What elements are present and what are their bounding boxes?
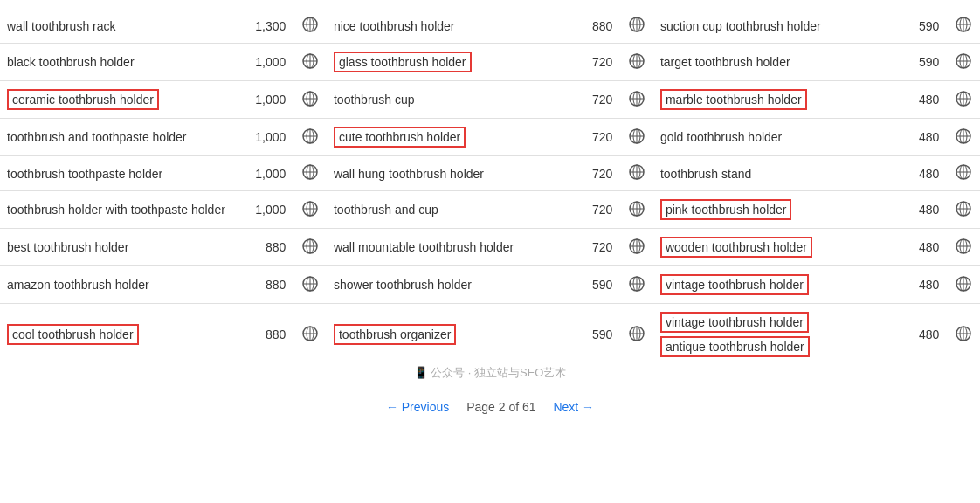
keyword-cell: wall mountable toothbrush holder	[334, 240, 514, 254]
keyword-cell: toothbrush and cup	[334, 203, 438, 217]
keyword-col: suction cup toothbrush holder	[653, 9, 892, 44]
table-row: toothbrush toothpaste holder 1,000 wall …	[0, 156, 980, 191]
keyword-cell: wall hung toothbrush holder	[334, 167, 484, 181]
keyword-boxed[interactable]: antique toothbrush holder	[660, 336, 810, 357]
volume-col: 720	[565, 156, 620, 191]
icon-col[interactable]	[293, 119, 327, 156]
volume-col: 480	[892, 229, 947, 266]
icon-col[interactable]	[619, 119, 653, 156]
keyword-col: wooden toothbrush holder	[653, 229, 892, 266]
keyword-col: black toothbrush holder	[0, 44, 238, 81]
volume-col: 880	[238, 304, 293, 366]
table-row: best toothbrush holder 880 wall mountabl…	[0, 229, 980, 266]
prev-link[interactable]: ← Previous	[386, 400, 449, 414]
keyword-boxed[interactable]: toothbrush organizer	[334, 324, 456, 345]
table-row: toothbrush and toothpaste holder 1,000 c…	[0, 119, 980, 156]
icon-col[interactable]	[619, 266, 653, 304]
volume-col: 480	[892, 156, 947, 191]
icon-col[interactable]	[946, 9, 980, 44]
icon-col[interactable]	[946, 44, 980, 81]
keyword-col: marble toothbrush holder	[653, 81, 892, 119]
keyword-cell: toothbrush holder with toothpaste holder	[7, 203, 225, 217]
keyword-table: wall toothbrush rack 1,300 nice toothbru…	[0, 9, 980, 365]
icon-col[interactable]	[293, 81, 327, 119]
volume-col: 720	[565, 191, 620, 229]
keyword-boxed[interactable]: cute toothbrush holder	[334, 127, 466, 148]
keyword-boxed[interactable]: glass toothbrush holder	[334, 52, 472, 72]
keyword-col: best toothbrush holder	[0, 229, 238, 266]
keyword-col: wall hung toothbrush holder	[327, 156, 565, 191]
pagination: ← Previous Page 2 of 61 Next →	[0, 384, 980, 423]
icon-col[interactable]	[619, 81, 653, 119]
keyword-col: pink toothbrush holder	[653, 191, 892, 229]
keyword-cell: target toothbrush holder	[660, 55, 790, 69]
icon-col[interactable]	[293, 229, 327, 266]
icon-col[interactable]	[293, 9, 327, 44]
icon-col[interactable]	[946, 156, 980, 191]
keyword-col: toothbrush toothpaste holder	[0, 156, 238, 191]
volume-col: 1,000	[238, 156, 293, 191]
watermark: 📱 公众号 · 独立站与SEO艺术	[0, 365, 980, 384]
keyword-col: glass toothbrush holder	[327, 44, 565, 81]
page-info: Page 2 of 61	[466, 400, 535, 414]
icon-col[interactable]	[946, 304, 980, 366]
keyword-boxed[interactable]: pink toothbrush holder	[660, 199, 792, 220]
keyword-col: vintage toothbrush holder	[653, 266, 892, 304]
icon-col[interactable]	[946, 266, 980, 304]
keyword-cell: amazon toothbrush holder	[7, 278, 149, 292]
volume-col: 480	[892, 81, 947, 119]
icon-col[interactable]	[619, 44, 653, 81]
volume-col: 1,000	[238, 191, 293, 229]
volume-col: 480	[892, 304, 947, 366]
icon-col[interactable]	[293, 304, 327, 366]
icon-col[interactable]	[946, 119, 980, 156]
volume-col: 720	[565, 81, 620, 119]
icon-col[interactable]	[293, 266, 327, 304]
next-link[interactable]: Next →	[553, 400, 594, 414]
volume-col: 720	[565, 119, 620, 156]
keyword-col: wall mountable toothbrush holder	[327, 229, 565, 266]
keyword-col: wall toothbrush rack	[0, 9, 238, 44]
icon-col[interactable]	[946, 229, 980, 266]
keyword-cell: best toothbrush holder	[7, 240, 128, 254]
icon-col[interactable]	[946, 191, 980, 229]
keyword-table-container: wall toothbrush rack 1,300 nice toothbru…	[0, 0, 980, 431]
icon-col[interactable]	[619, 229, 653, 266]
keyword-boxed[interactable]: vintage toothbrush holder	[660, 274, 809, 295]
volume-col: 1,300	[238, 9, 293, 44]
keyword-boxed[interactable]: ceramic toothbrush holder	[7, 89, 159, 110]
volume-col: 590	[565, 266, 620, 304]
keyword-col: toothbrush and cup	[327, 191, 565, 229]
icon-col[interactable]	[293, 191, 327, 229]
volume-col: 480	[892, 266, 947, 304]
volume-col: 720	[565, 44, 620, 81]
volume-col: 880	[565, 9, 620, 44]
icon-col[interactable]	[946, 81, 980, 119]
icon-col[interactable]	[619, 9, 653, 44]
volume-col: 880	[238, 266, 293, 304]
keyword-boxed[interactable]: vintage toothbrush holder	[660, 312, 809, 333]
keyword-col: shower toothbrush holder	[327, 266, 565, 304]
keyword-boxed[interactable]: wooden toothbrush holder	[660, 237, 812, 258]
table-row: amazon toothbrush holder 880 shower toot…	[0, 266, 980, 304]
keyword-col: toothbrush holder with toothpaste holder	[0, 191, 238, 229]
keyword-cell: toothbrush stand	[660, 167, 751, 181]
icon-col[interactable]	[619, 304, 653, 366]
keyword-col: nice toothbrush holder	[327, 9, 565, 44]
keyword-col: toothbrush and toothpaste holder	[0, 119, 238, 156]
icon-col[interactable]	[293, 44, 327, 81]
volume-col: 480	[892, 119, 947, 156]
icon-col[interactable]	[293, 156, 327, 191]
table-row: toothbrush holder with toothpaste holder…	[0, 191, 980, 229]
icon-col[interactable]	[619, 191, 653, 229]
keyword-cell: wall toothbrush rack	[7, 19, 116, 33]
table-row: black toothbrush holder 1,000 glass toot…	[0, 44, 980, 81]
volume-col: 480	[892, 191, 947, 229]
volume-col: 590	[892, 9, 947, 44]
keyword-boxed[interactable]: marble toothbrush holder	[660, 89, 807, 110]
keyword-boxed[interactable]: cool toothbrush holder	[7, 324, 139, 345]
keyword-col: gold toothbrush holder	[653, 119, 892, 156]
icon-col[interactable]	[619, 156, 653, 191]
keyword-col: cool toothbrush holder	[0, 304, 238, 366]
keyword-cell: suction cup toothbrush holder	[660, 19, 821, 33]
